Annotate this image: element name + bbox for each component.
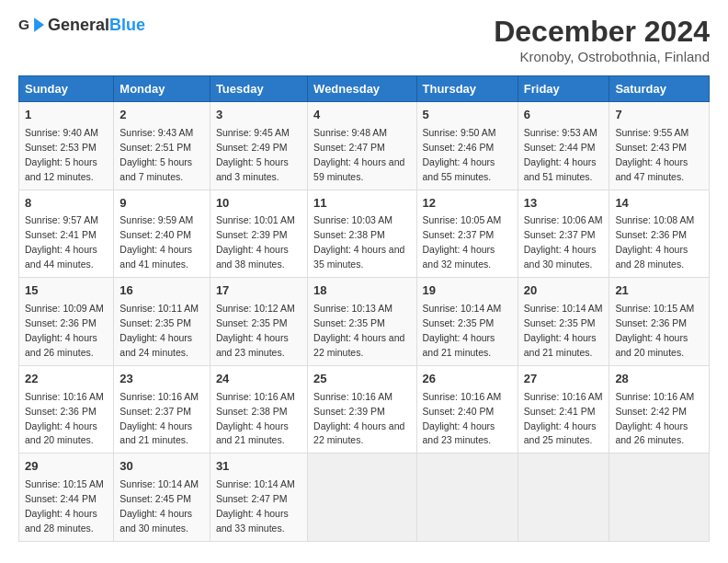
day-info: Sunrise: 10:14 AM Sunset: 2:45 PM Daylig… [119, 478, 199, 534]
day-cell: 15Sunrise: 10:09 AM Sunset: 2:36 PM Dayl… [19, 278, 114, 366]
day-number: 28 [615, 371, 703, 388]
day-cell: 27Sunrise: 10:16 AM Sunset: 2:41 PM Dayl… [518, 365, 609, 454]
day-number: 7 [615, 107, 703, 124]
day-cell: 12Sunrise: 10:05 AM Sunset: 2:37 PM Dayl… [416, 190, 518, 278]
calendar-table: SundayMondayTuesdayWednesdayThursdayFrid… [18, 75, 710, 542]
col-header-sunday: Sunday [19, 76, 114, 102]
day-cell: 8Sunrise: 9:57 AM Sunset: 2:41 PM Daylig… [19, 190, 114, 278]
day-info: Sunrise: 10:14 AM Sunset: 2:35 PM Daylig… [524, 303, 603, 358]
week-row-3: 15Sunrise: 10:09 AM Sunset: 2:36 PM Dayl… [19, 278, 710, 366]
day-cell: 19Sunrise: 10:14 AM Sunset: 2:35 PM Dayl… [416, 278, 518, 366]
col-header-monday: Monday [114, 76, 210, 102]
svg-text:G: G [18, 17, 29, 32]
col-header-thursday: Thursday [416, 76, 518, 102]
day-number: 14 [615, 195, 703, 213]
day-info: Sunrise: 10:03 AM Sunset: 2:38 PM Daylig… [313, 214, 404, 270]
day-number: 6 [524, 107, 604, 124]
day-cell: 5Sunrise: 9:50 AM Sunset: 2:46 PM Daylig… [416, 102, 518, 190]
day-info: Sunrise: 10:16 AM Sunset: 2:40 PM Daylig… [423, 391, 502, 446]
day-info: Sunrise: 10:16 AM Sunset: 2:41 PM Daylig… [524, 391, 603, 446]
day-info: Sunrise: 9:40 AM Sunset: 2:53 PM Dayligh… [25, 127, 98, 182]
day-cell: 29Sunrise: 10:15 AM Sunset: 2:44 PM Dayl… [19, 454, 114, 542]
day-info: Sunrise: 10:16 AM Sunset: 2:36 PM Daylig… [25, 391, 104, 446]
day-number: 22 [25, 371, 108, 388]
day-info: Sunrise: 10:05 AM Sunset: 2:37 PM Daylig… [423, 214, 502, 270]
day-cell: 1Sunrise: 9:40 AM Sunset: 2:53 PM Daylig… [19, 102, 114, 190]
day-number: 20 [524, 282, 604, 300]
day-number: 10 [216, 195, 301, 213]
day-cell: 21Sunrise: 10:15 AM Sunset: 2:36 PM Dayl… [609, 278, 710, 366]
day-cell: 6Sunrise: 9:53 AM Sunset: 2:44 PM Daylig… [518, 102, 609, 190]
day-cell: 26Sunrise: 10:16 AM Sunset: 2:40 PM Dayl… [416, 365, 518, 454]
day-info: Sunrise: 10:15 AM Sunset: 2:36 PM Daylig… [615, 303, 694, 358]
day-number: 13 [524, 195, 604, 213]
day-cell: 16Sunrise: 10:11 AM Sunset: 2:35 PM Dayl… [114, 278, 210, 366]
day-info: Sunrise: 10:16 AM Sunset: 2:39 PM Daylig… [313, 391, 404, 446]
day-cell: 17Sunrise: 10:12 AM Sunset: 2:35 PM Dayl… [210, 278, 307, 366]
day-info: Sunrise: 9:43 AM Sunset: 2:51 PM Dayligh… [119, 127, 193, 182]
day-info: Sunrise: 10:16 AM Sunset: 2:37 PM Daylig… [119, 391, 199, 446]
day-cell [308, 454, 416, 542]
logo: G GeneralBlue [18, 15, 145, 35]
logo-text: GeneralBlue [48, 16, 145, 35]
day-number: 2 [119, 107, 204, 124]
day-cell: 10Sunrise: 10:01 AM Sunset: 2:39 PM Dayl… [210, 190, 307, 278]
day-number: 27 [524, 371, 604, 388]
day-number: 23 [119, 371, 204, 388]
title-area: December 2024 Kronoby, Ostrobothnia, Fin… [494, 15, 710, 64]
day-number: 26 [423, 371, 512, 388]
day-cell: 30Sunrise: 10:14 AM Sunset: 2:45 PM Dayl… [114, 454, 210, 542]
day-info: Sunrise: 10:09 AM Sunset: 2:36 PM Daylig… [25, 303, 104, 358]
day-info: Sunrise: 10:14 AM Sunset: 2:35 PM Daylig… [423, 303, 502, 358]
day-number: 29 [25, 458, 108, 476]
day-info: Sunrise: 10:12 AM Sunset: 2:35 PM Daylig… [216, 303, 295, 358]
day-cell [609, 454, 710, 542]
day-number: 30 [119, 458, 204, 476]
day-cell: 7Sunrise: 9:55 AM Sunset: 2:43 PM Daylig… [609, 102, 710, 190]
day-number: 8 [25, 195, 108, 213]
day-number: 15 [25, 282, 108, 300]
main-title: December 2024 [494, 15, 710, 49]
calendar-header: SundayMondayTuesdayWednesdayThursdayFrid… [19, 76, 710, 102]
day-number: 4 [313, 107, 410, 124]
day-info: Sunrise: 10:08 AM Sunset: 2:36 PM Daylig… [615, 214, 694, 270]
day-number: 11 [313, 195, 410, 213]
subtitle: Kronoby, Ostrobothnia, Finland [494, 49, 710, 64]
day-info: Sunrise: 9:45 AM Sunset: 2:49 PM Dayligh… [216, 127, 290, 182]
day-info: Sunrise: 9:57 AM Sunset: 2:41 PM Dayligh… [25, 214, 98, 270]
day-cell: 3Sunrise: 9:45 AM Sunset: 2:49 PM Daylig… [210, 102, 307, 190]
col-header-saturday: Saturday [609, 76, 710, 102]
day-cell: 22Sunrise: 10:16 AM Sunset: 2:36 PM Dayl… [19, 365, 114, 454]
col-header-wednesday: Wednesday [308, 76, 416, 102]
day-info: Sunrise: 9:53 AM Sunset: 2:44 PM Dayligh… [524, 127, 597, 182]
day-cell: 25Sunrise: 10:16 AM Sunset: 2:39 PM Dayl… [308, 365, 416, 454]
day-info: Sunrise: 10:15 AM Sunset: 2:44 PM Daylig… [25, 478, 104, 534]
week-row-5: 29Sunrise: 10:15 AM Sunset: 2:44 PM Dayl… [19, 454, 710, 542]
day-info: Sunrise: 9:55 AM Sunset: 2:43 PM Dayligh… [615, 127, 688, 182]
day-number: 17 [216, 282, 301, 300]
day-number: 21 [615, 282, 703, 300]
day-number: 3 [216, 107, 301, 124]
col-header-friday: Friday [518, 76, 609, 102]
day-number: 24 [216, 371, 301, 388]
day-cell: 14Sunrise: 10:08 AM Sunset: 2:36 PM Dayl… [609, 190, 710, 278]
logo-icon: G [18, 15, 44, 35]
day-cell: 13Sunrise: 10:06 AM Sunset: 2:37 PM Dayl… [518, 190, 609, 278]
week-row-1: 1Sunrise: 9:40 AM Sunset: 2:53 PM Daylig… [19, 102, 710, 190]
day-cell [518, 454, 609, 542]
day-cell: 23Sunrise: 10:16 AM Sunset: 2:37 PM Dayl… [114, 365, 210, 454]
day-cell: 24Sunrise: 10:16 AM Sunset: 2:38 PM Dayl… [210, 365, 307, 454]
day-cell: 2Sunrise: 9:43 AM Sunset: 2:51 PM Daylig… [114, 102, 210, 190]
day-number: 25 [313, 371, 410, 388]
calendar-body: 1Sunrise: 9:40 AM Sunset: 2:53 PM Daylig… [19, 102, 710, 542]
day-cell [416, 454, 518, 542]
day-info: Sunrise: 9:50 AM Sunset: 2:46 PM Dayligh… [423, 127, 496, 182]
day-cell: 18Sunrise: 10:13 AM Sunset: 2:35 PM Dayl… [308, 278, 416, 366]
day-cell: 9Sunrise: 9:59 AM Sunset: 2:40 PM Daylig… [114, 190, 210, 278]
day-cell: 28Sunrise: 10:16 AM Sunset: 2:42 PM Dayl… [609, 365, 710, 454]
week-row-2: 8Sunrise: 9:57 AM Sunset: 2:41 PM Daylig… [19, 190, 710, 278]
day-number: 16 [119, 282, 204, 300]
day-info: Sunrise: 10:11 AM Sunset: 2:35 PM Daylig… [119, 303, 199, 358]
day-cell: 31Sunrise: 10:14 AM Sunset: 2:47 PM Dayl… [210, 454, 307, 542]
day-cell: 4Sunrise: 9:48 AM Sunset: 2:47 PM Daylig… [308, 102, 416, 190]
